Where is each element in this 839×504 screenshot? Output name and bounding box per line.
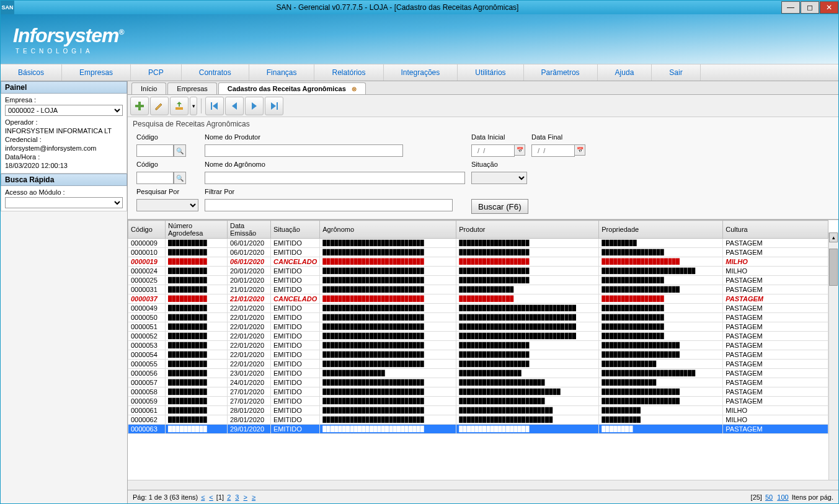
calendar-icon[interactable]: 📅 (574, 144, 585, 156)
pager-prev[interactable]: < (209, 493, 213, 501)
menu-sair[interactable]: Sair (652, 64, 700, 81)
pager-page-3[interactable]: 3 (235, 493, 239, 501)
menu-basicos[interactable]: Básicos (1, 64, 62, 81)
menu-utilitarios[interactable]: Utilitários (458, 64, 523, 81)
table-row[interactable]: 0000010██████████06/01/2020EMITIDO██████… (128, 248, 828, 257)
cell: ████████████████ (599, 276, 723, 285)
table-row[interactable]: 0000062██████████28/01/2020EMITIDO██████… (128, 415, 828, 425)
pager-first[interactable]: ≤ (201, 493, 205, 501)
produtor-input[interactable] (205, 144, 403, 157)
datai-label: Data Inicial (469, 132, 528, 142)
col-produtor[interactable]: Produtor (456, 221, 599, 239)
cell: ██████████████████████████ (320, 257, 456, 267)
lookup-agronomo-button[interactable]: 🔍 (174, 172, 186, 184)
next-button[interactable] (245, 97, 264, 115)
datai-input[interactable] (471, 144, 515, 157)
table-row[interactable]: 0000052██████████22/01/2020EMITIDO██████… (128, 332, 828, 341)
menu-empresas[interactable]: Empresas (62, 64, 131, 81)
buscar-button[interactable]: Buscar (F6) (471, 199, 528, 214)
table-row[interactable]: 0000056██████████23/01/2020EMITIDO██████… (128, 369, 828, 378)
pager-size-100[interactable]: 100 (777, 493, 788, 501)
add-button[interactable] (130, 97, 149, 115)
cell: ██████████████ (456, 285, 599, 294)
table-row[interactable]: 0000063██████████29/01/2020EMITIDO██████… (128, 425, 828, 434)
table-row[interactable]: 0000057██████████24/01/2020EMITIDO██████… (128, 378, 828, 387)
table-row[interactable]: 0000059██████████27/01/2020EMITIDO██████… (128, 397, 828, 406)
pesquisar-select[interactable] (136, 199, 198, 211)
col-agronomo[interactable]: Agrônomo (320, 221, 456, 239)
scroll-up-icon[interactable]: ▴ (829, 232, 838, 242)
lookup-produtor-button[interactable]: 🔍 (174, 144, 186, 157)
tab-empresas[interactable]: Empresas (167, 82, 217, 94)
horizontal-scrollbar[interactable] (128, 480, 838, 490)
menu-relatorios[interactable]: Relatórios (314, 64, 383, 81)
busca-select[interactable] (5, 197, 123, 208)
menu-contratos[interactable]: Contratos (182, 64, 249, 81)
close-button[interactable]: ✕ (820, 1, 838, 14)
cell: 24/01/2020 (228, 378, 271, 387)
table-row[interactable]: 0000055██████████22/01/2020EMITIDO██████… (128, 360, 828, 369)
table-row[interactable]: 0000024██████████20/01/2020EMITIDO██████… (128, 267, 828, 276)
agronomo-input[interactable] (205, 172, 465, 184)
table-row[interactable]: 0000025██████████20/01/2020EMITIDO██████… (128, 276, 828, 285)
scroll-thumb[interactable] (829, 249, 838, 286)
table-row[interactable]: 0000049██████████22/01/2020EMITIDO██████… (128, 304, 828, 313)
menu-integracoes[interactable]: Integrações (384, 64, 458, 81)
pager-size-50[interactable]: 50 (765, 493, 773, 501)
prev-button[interactable] (225, 97, 244, 115)
minimize-button[interactable]: — (781, 1, 800, 14)
menu-financas[interactable]: Finanças (249, 64, 315, 81)
calendar-icon[interactable]: 📅 (514, 144, 525, 156)
table-row[interactable]: 0000051██████████22/01/2020EMITIDO██████… (128, 322, 828, 332)
maximize-button[interactable]: ◻ (801, 1, 819, 14)
col-situacao[interactable]: Situação (271, 221, 320, 239)
last-button[interactable] (265, 97, 283, 115)
empresa-select[interactable]: 0000002 - LOJA (5, 105, 123, 116)
table-row[interactable]: 0000031██████████21/01/2020EMITIDO██████… (128, 285, 828, 294)
edit-button[interactable] (150, 97, 169, 115)
export-button[interactable] (170, 97, 189, 115)
cell: ██████████████████ (456, 248, 599, 257)
tab-inicio[interactable]: Início (131, 82, 166, 94)
panel-title: Painel (1, 81, 127, 94)
pager-last[interactable]: ≥ (252, 493, 255, 501)
table-row[interactable]: 0000009██████████06/01/2020EMITIDO██████… (128, 239, 828, 248)
menu-parametros[interactable]: Parâmetros (524, 64, 598, 81)
menu-ajuda[interactable]: Ajuda (598, 64, 652, 81)
codigo-agronomo-input[interactable] (136, 172, 174, 184)
cell: 0000024 (128, 267, 166, 276)
table-row[interactable]: 0000054██████████22/01/2020EMITIDO██████… (128, 350, 828, 360)
codigo-produtor-input[interactable] (136, 144, 174, 157)
export-dropdown[interactable]: ▾ (190, 97, 197, 115)
vertical-scrollbar[interactable]: ▴ (828, 232, 838, 480)
table-row[interactable]: 0000050██████████22/01/2020EMITIDO██████… (128, 313, 828, 322)
cell: EMITIDO (271, 360, 320, 369)
cell: EMITIDO (271, 332, 320, 341)
situacao-select[interactable] (471, 172, 527, 184)
table-row[interactable]: 0000053██████████22/01/2020EMITIDO██████… (128, 341, 828, 350)
dataf-input[interactable] (531, 144, 575, 157)
filtrar-input[interactable] (205, 199, 453, 211)
close-icon[interactable]: ⊗ (352, 86, 357, 92)
col-propriedade[interactable]: Propriedade (599, 221, 723, 239)
cell: CANCELADO (271, 294, 320, 304)
col-numero[interactable]: Número Agrodefesa (166, 221, 228, 239)
data-grid[interactable]: Código Número Agrodefesa Data Emissão Si… (128, 220, 828, 434)
tab-cadastro-receitas[interactable]: Cadastro das Receitas Agronômicas ⊗ (218, 82, 366, 94)
toolbar-separator (201, 99, 202, 113)
tab-strip: Início Empresas Cadastro das Receitas Ag… (128, 81, 838, 95)
table-row[interactable]: 0000058██████████27/01/2020EMITIDO██████… (128, 387, 828, 397)
col-codigo[interactable]: Código (128, 221, 166, 239)
table-row[interactable]: 0000019██████████06/01/2020CANCELADO████… (128, 257, 828, 267)
col-data[interactable]: Data Emissão (228, 221, 271, 239)
pager-page-2[interactable]: 2 (227, 493, 231, 501)
cell: ██████████ (166, 415, 228, 425)
menu-pcp[interactable]: PCP (131, 64, 182, 81)
empresa-label: Empresa : (5, 96, 123, 104)
col-cultura[interactable]: Cultura (723, 221, 828, 239)
first-button[interactable] (205, 97, 224, 115)
table-row[interactable]: 0000061██████████28/01/2020EMITIDO██████… (128, 406, 828, 415)
cell: EMITIDO (271, 276, 320, 285)
pager-next[interactable]: > (244, 493, 247, 501)
table-row[interactable]: 0000037██████████21/01/2020CANCELADO████… (128, 294, 828, 304)
